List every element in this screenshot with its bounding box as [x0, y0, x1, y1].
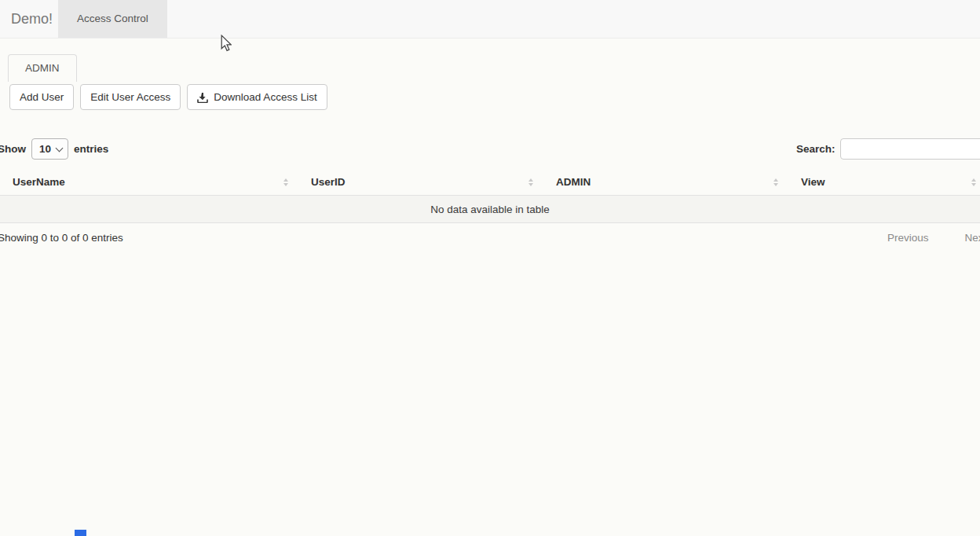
- add-user-button[interactable]: Add User: [9, 84, 74, 110]
- column-header-userid[interactable]: UserID: [295, 169, 540, 195]
- search-label: Search:: [796, 143, 836, 155]
- column-header-username[interactable]: UserName: [0, 169, 295, 195]
- download-access-list-button[interactable]: Download Access List: [187, 84, 327, 110]
- nav-item-access-control[interactable]: Access Control: [58, 0, 167, 38]
- page: Demo! Access Control ADMIN Add User Edit…: [0, 0, 980, 536]
- table-info: Showing 0 to 0 of 0 entries: [0, 232, 123, 244]
- sort-icon: [971, 178, 976, 186]
- entries-length-control: Show 10 entries: [0, 138, 108, 160]
- column-header-view[interactable]: View: [785, 169, 980, 195]
- toolbar: Add User Edit User Access Download Acces…: [9, 84, 327, 110]
- tab-admin[interactable]: ADMIN: [8, 54, 77, 82]
- download-access-list-label: Download Access List: [214, 90, 316, 105]
- cursor-arrow-icon: [221, 35, 232, 52]
- sort-icon: [773, 178, 778, 186]
- column-header-label: View: [801, 176, 825, 188]
- progress-artifact-bar: [75, 530, 86, 536]
- table-empty-row: No data available in table: [0, 196, 980, 223]
- entries-select[interactable]: 10: [31, 138, 68, 160]
- show-label: Show: [0, 143, 26, 155]
- empty-message: No data available in table: [430, 204, 550, 215]
- column-header-label: ADMIN: [556, 176, 591, 188]
- table-header-row: UserName UserID ADMIN View: [0, 169, 980, 196]
- search-control: Search:: [796, 138, 980, 160]
- entries-label: entries: [74, 143, 108, 155]
- entries-select-wrap: 10: [31, 138, 68, 160]
- column-header-label: UserName: [13, 176, 65, 188]
- pagination-next[interactable]: Next: [965, 232, 980, 244]
- sort-icon: [283, 178, 288, 186]
- download-icon: [197, 92, 208, 103]
- top-navbar: Demo! Access Control: [0, 0, 980, 39]
- navbar-brand[interactable]: Demo!: [11, 0, 53, 38]
- pagination: Previous Next: [887, 232, 980, 244]
- search-input[interactable]: [840, 138, 980, 160]
- sort-icon: [528, 178, 533, 186]
- column-header-admin[interactable]: ADMIN: [540, 169, 785, 195]
- pagination-previous[interactable]: Previous: [887, 232, 929, 244]
- column-header-label: UserID: [311, 176, 346, 188]
- edit-user-access-button[interactable]: Edit User Access: [80, 84, 181, 110]
